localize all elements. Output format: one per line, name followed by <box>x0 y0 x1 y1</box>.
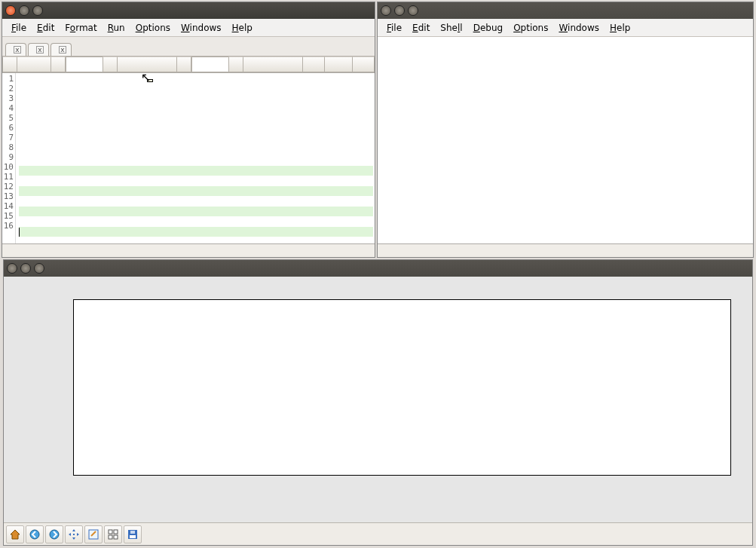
menu-windows[interactable]: Windows <box>554 21 604 35</box>
editor-titlebar[interactable] <box>2 2 375 19</box>
menu-file[interactable]: File <box>382 21 406 35</box>
decrement-button[interactable] <box>51 57 66 72</box>
menu-windows[interactable]: Windows <box>176 21 226 35</box>
value-input[interactable] <box>66 57 103 72</box>
plot-area <box>4 277 752 522</box>
editor-window: File Edit Format Run Options Windows Hel… <box>2 2 375 258</box>
menu-edit[interactable]: Edit <box>32 21 59 35</box>
tab-tabextension[interactable]: x <box>51 43 72 56</box>
menu-debug[interactable]: Debug <box>469 21 507 35</box>
maximize-icon[interactable] <box>34 263 44 274</box>
minimize-icon[interactable] <box>20 263 31 274</box>
rs-button[interactable] <box>302 57 325 72</box>
save-icon[interactable] <box>124 525 142 543</box>
step-input[interactable] <box>191 57 229 72</box>
close-icon[interactable] <box>381 5 391 16</box>
menu-help[interactable]: Help <box>605 21 635 35</box>
svg-rect-10 <box>130 531 135 534</box>
tab-close-icon[interactable]: x <box>14 46 21 54</box>
menu-help[interactable]: Help <box>228 21 257 35</box>
shell-statusbar <box>378 243 753 257</box>
tab-close-icon[interactable]: x <box>59 46 66 54</box>
back-icon[interactable] <box>26 525 44 543</box>
minimize-icon[interactable] <box>19 5 29 16</box>
increment-button[interactable] <box>103 57 118 72</box>
figure-toolbar <box>4 522 752 545</box>
svg-rect-9 <box>130 535 136 538</box>
zoom-icon[interactable] <box>84 525 103 543</box>
svg-rect-4 <box>109 530 112 534</box>
pan-icon[interactable] <box>65 525 83 543</box>
menu-edit[interactable]: Edit <box>408 21 434 35</box>
svg-rect-5 <box>114 530 118 534</box>
tab-screenshot[interactable]: x <box>5 43 26 56</box>
menu-file[interactable]: File <box>7 21 31 35</box>
editor-statusbar <box>2 243 375 257</box>
menu-run[interactable]: Run <box>103 21 130 35</box>
shell-window: File Edit Shell Debug Options Windows He… <box>377 2 754 258</box>
editor-menubar: File Edit Format Run Options Windows Hel… <box>2 19 375 37</box>
run-next-button[interactable] <box>2 57 17 72</box>
code-area[interactable] <box>16 73 375 243</box>
hash-button[interactable] <box>17 57 51 72</box>
ra-button[interactable] <box>352 57 375 72</box>
forward-icon[interactable] <box>45 525 63 543</box>
menu-shell[interactable]: Shell <box>436 21 467 35</box>
mouse-cursor-icon: ↖ <box>141 70 151 84</box>
minimize-icon[interactable] <box>394 5 405 16</box>
editor-tabbar: x x x <box>2 37 375 57</box>
subcode-toolbar <box>2 57 375 73</box>
home-icon[interactable] <box>6 525 24 543</box>
svg-rect-6 <box>109 535 112 539</box>
rsp-button[interactable] <box>324 57 353 72</box>
tab-close-icon[interactable]: x <box>36 46 44 54</box>
plot-axes <box>73 299 731 476</box>
svg-rect-7 <box>114 535 118 539</box>
figure-window <box>3 259 753 546</box>
menu-options[interactable]: Options <box>509 21 552 35</box>
plot-canvas <box>74 300 730 475</box>
spacer <box>243 57 303 72</box>
maximize-icon[interactable] <box>32 5 43 16</box>
menu-options[interactable]: Options <box>131 21 175 35</box>
maximize-icon[interactable] <box>408 5 418 16</box>
close-icon[interactable] <box>5 5 16 16</box>
subplots-icon[interactable] <box>104 525 122 543</box>
close-icon[interactable] <box>7 263 17 274</box>
menu-format[interactable]: Format <box>60 21 101 35</box>
line-gutter: 12345678910111213141516 <box>2 73 16 243</box>
svg-rect-2 <box>73 534 75 535</box>
shell-menubar: File Edit Shell Debug Options Windows He… <box>378 19 753 37</box>
shell-output[interactable] <box>378 37 753 243</box>
divide-button[interactable] <box>176 57 191 72</box>
code-editor[interactable]: 12345678910111213141516 <box>2 73 375 243</box>
figure-titlebar[interactable] <box>4 260 752 277</box>
multiply-button[interactable] <box>228 57 243 72</box>
tab-idlex[interactable]: x <box>28 43 49 56</box>
shell-titlebar[interactable] <box>378 2 753 19</box>
